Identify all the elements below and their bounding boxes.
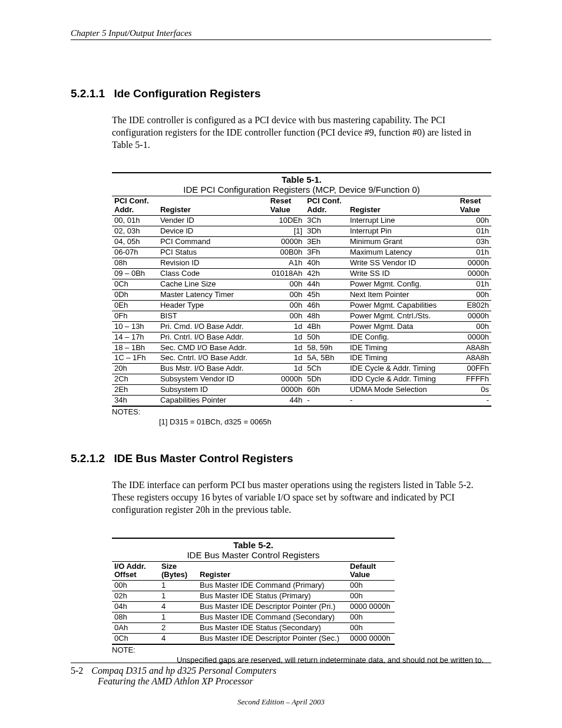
table-cell: Next Item Pointer (348, 289, 458, 300)
table-cell: 4 (159, 634, 197, 644)
table-cell: 44h (268, 396, 305, 406)
table-cell: 00h (268, 300, 305, 311)
table-cell: Header Type (158, 300, 268, 311)
table-cell: 3Fh (305, 248, 348, 258)
table-cell: A1h (268, 258, 305, 269)
table-cell: 1C – 1Fh (112, 353, 158, 364)
footer-title-1: Compaq D315 and hp d325 Personal Compute… (91, 666, 276, 676)
table-cell: 0Ch (112, 279, 158, 289)
table-cell: 0000 0000h (348, 602, 395, 612)
table-cell: 1d (268, 364, 305, 374)
table-cell: 0Ah (112, 623, 159, 634)
table-cell: 0000h (458, 268, 491, 279)
t1-head-reset2: ResetValue (458, 196, 491, 216)
table-row: 0FhBIST00h48hPower Mgmt. Cntrl./Sts.0000… (112, 311, 491, 321)
table-cell: Power Mgmt. Config. (348, 279, 458, 289)
page-number: 5-2 (71, 666, 83, 676)
t1-head-addr2: PCI Conf.Addr. (305, 196, 348, 216)
t1-head-reg1: Register (158, 196, 268, 216)
table-cell: Write SS ID (348, 268, 458, 279)
table-row: 0Ch4Bus Master IDE Descriptor Pointer (S… (112, 634, 395, 644)
table-cell: 02h (112, 591, 159, 602)
table-cell: BIST (158, 311, 268, 321)
table-cell: 14 – 17h (112, 332, 158, 342)
table-row: 18 – 1BhSec. CMD I/O Base Addr.1d58, 59h… (112, 342, 491, 353)
table-row: 20hBus Mstr. I/O Base Addr.1d5ChIDE Cycl… (112, 364, 491, 374)
section-number: 5.2.1.1 (71, 87, 105, 100)
table-cell: 00h (112, 581, 159, 591)
t2-head-offset: I/O Addr.Offset (112, 561, 159, 581)
table-cell: 03h (458, 237, 491, 248)
table-cell: 0Eh (112, 300, 158, 311)
table-cell: UDMA Mode Selection (348, 385, 458, 396)
table1-notes-label: NOTES: (112, 407, 491, 416)
table-cell: Revision ID (158, 258, 268, 269)
table-cell: Capabilities Pointer (158, 396, 268, 406)
table-cell: 3Eh (305, 237, 348, 248)
table-cell: 0s (458, 385, 491, 396)
table-cell: 0000h (268, 374, 305, 385)
table-cell: 4Bh (305, 321, 348, 332)
table-cell: 2Eh (112, 385, 158, 396)
table-cell: 01h (458, 279, 491, 289)
table-cell: Minimum Grant (348, 237, 458, 248)
table-cell: Master Latency Timer (158, 289, 268, 300)
table-row: 0Ah2Bus Master IDE Status (Secondary)00h (112, 623, 395, 634)
table-cell: 3Ch (305, 216, 348, 226)
table-cell: Bus Master IDE Status (Secondary) (197, 623, 348, 634)
t2-head-size: Size(Bytes) (159, 561, 197, 581)
table-cell: 5Dh (305, 374, 348, 385)
table-cell: Bus Master IDE Descriptor Pointer (Pri.) (197, 602, 348, 612)
table-cell: 34h (112, 396, 158, 406)
table-cell: Power Mgmt. Cntrl./Sts. (348, 311, 458, 321)
table-row: 04, 05hPCI Command0000h3EhMinimum Grant0… (112, 237, 491, 248)
table-cell: 10 – 13h (112, 321, 158, 332)
t1-head-addr1: PCI Conf.Addr. (112, 196, 158, 216)
footer-title-2: Featuring the AMD Athlon XP Processor (71, 676, 491, 687)
table-cell: 44h (305, 279, 348, 289)
table-cell: 3Dh (305, 226, 348, 237)
table-cell: [1] (268, 226, 305, 237)
table-cell: 10DEh (268, 216, 305, 226)
table-row: 02, 03hDevice ID[1]3DhInterrupt Pin01h (112, 226, 491, 237)
table-row: 2ChSubsystem Vendor ID0000h5DhIDD Cycle … (112, 374, 491, 385)
table-cell: 4 (159, 602, 197, 612)
table-cell: 00h (458, 289, 491, 300)
table-cell: 08h (112, 258, 158, 269)
table-row: 08h1Bus Master IDE Command (Secondary)00… (112, 612, 395, 623)
table-cell: Cache Line Size (158, 279, 268, 289)
section-heading-1: 5.2.1.1 Ide Configuration Registers (71, 87, 491, 100)
table-cell: 18 – 1Bh (112, 342, 158, 353)
table1-notes-body: [1] D315 = 01BCh, d325 = 0065h (159, 417, 491, 426)
table-cell: 09 – 0Bh (112, 268, 158, 279)
table-row: 02h1Bus Master IDE Status (Primary)00h (112, 591, 395, 602)
table-cell: 0Ch (112, 634, 159, 644)
table-cell: 1d (268, 321, 305, 332)
table-cell: 0000h (268, 385, 305, 396)
table-cell: 1 (159, 591, 197, 602)
table-cell: Class Code (158, 268, 268, 279)
table2-caption: Table 5-2. (112, 539, 395, 550)
table-cell: Pri. Cntrl. I/O Base Addr. (158, 332, 268, 342)
page-footer: 5-2 Compaq D315 and hp d325 Personal Com… (71, 663, 491, 707)
table-cell: 0000h (458, 332, 491, 342)
table-row: 08hRevision IDA1h40hWrite SS Vendor ID00… (112, 258, 491, 269)
table-cell: Vender ID (158, 216, 268, 226)
section-heading-2: 5.2.1.2 IDE Bus Master Control Registers (71, 452, 491, 465)
table-row: 0ChCache Line Size00h44hPower Mgmt. Conf… (112, 279, 491, 289)
table-cell: 1d (268, 332, 305, 342)
table-cell: 0Fh (112, 311, 158, 321)
table-cell: 1d (268, 353, 305, 364)
t2-head-default: DefaultValue (348, 561, 395, 581)
table-cell: 01h (458, 226, 491, 237)
table-cell: 00h (348, 623, 395, 634)
table-cell: Bus Master IDE Status (Primary) (197, 591, 348, 602)
table-row: 1C – 1FhSec. Cntrl. I/O Base Addr.1d5A, … (112, 353, 491, 364)
table-cell: IDE Config. (348, 332, 458, 342)
table-cell: FFFFh (458, 374, 491, 385)
section-number: 5.2.1.2 (71, 452, 105, 465)
table-row: 09 – 0BhClass Code01018Ah42hWrite SS ID0… (112, 268, 491, 279)
table-cell: 08h (112, 612, 159, 623)
table-cell: Power Mgmt. Capabilities (348, 300, 458, 311)
section-title: Ide Configuration Registers (114, 87, 260, 100)
